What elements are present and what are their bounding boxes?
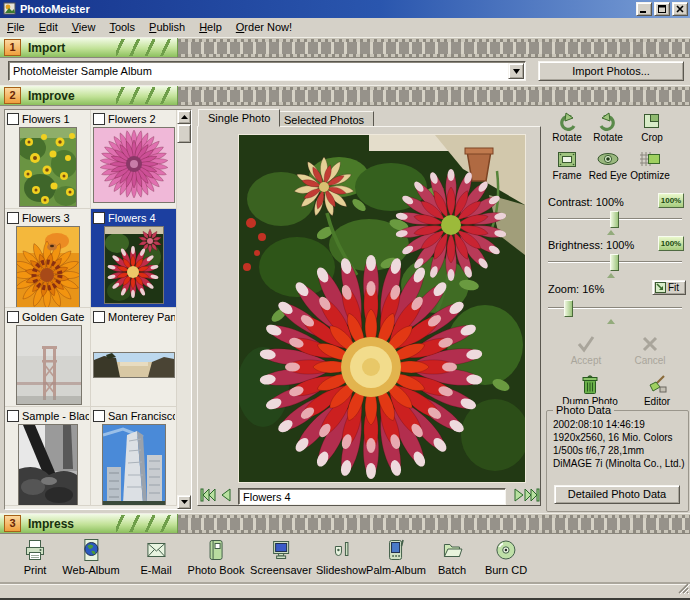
thumbnail-flowers-3[interactable]: Flowers 3 [5,209,91,308]
scroll-up-button[interactable] [177,110,191,124]
thumbnail-image-sample-bw[interactable] [18,424,78,506]
editor-button[interactable]: Editor [632,374,682,407]
maximize-button[interactable] [654,2,670,16]
status-bar [0,584,690,599]
thumbnail-checkbox[interactable] [7,410,19,422]
thumbnail-image-flowers-2[interactable] [93,127,175,203]
last-photo-button[interactable] [524,488,540,504]
thumbnail-image-flowers-1[interactable] [19,127,77,207]
cancel-button[interactable]: Cancel [630,334,670,366]
menu-help[interactable]: Help [192,19,229,35]
batch-button[interactable]: Batch [438,538,466,576]
rotate-left-button[interactable]: Rotate [547,112,587,143]
thumbnail-image-golden-gate[interactable] [16,325,82,405]
close-button[interactable] [672,2,688,16]
brightness-slider-thumb[interactable] [610,254,619,271]
fit-icon [655,282,666,293]
stripes-decoration [116,87,174,104]
menu-file[interactable]: File [0,19,32,35]
thumbnail-san-francisco[interactable]: San Francisco 1 [91,407,177,506]
accept-button[interactable]: Accept [566,334,606,366]
thumbnail-flowers-2[interactable]: Flowers 2 [91,110,177,209]
thumbnail-golden-gate[interactable]: Golden Gate [5,308,91,407]
zoom-slider-thumb[interactable] [564,300,573,317]
crop-button[interactable]: Crop [632,112,672,143]
tab-selected-photos[interactable]: Selected Photos [274,111,374,127]
section-header-improve: 2 Improve [0,85,690,106]
optimize-button[interactable]: Optimize [630,150,670,181]
section-title-improve: Improve [28,89,75,103]
thumbnail-label: Monterey Panors [108,311,175,323]
brightness-reset-button[interactable]: 100% [658,236,684,251]
title-bar[interactable]: PhotoMeister [0,0,690,18]
thumbnail-checkbox[interactable] [93,410,105,422]
crop-icon [642,112,662,131]
thumbnail-sample-bw[interactable]: Sample - Black a [5,407,91,506]
thumbnail-image-san-francisco[interactable] [102,424,166,506]
thumbnail-checkbox[interactable] [93,311,105,323]
section-title-import: Import [28,41,65,55]
dump-photo-button[interactable]: Dump Photo [558,374,622,407]
print-button[interactable]: Print [22,538,48,576]
import-photos-button[interactable]: Import Photos... [538,61,684,81]
slider-default-marker [607,230,615,235]
thumbnail-image-monterey[interactable] [93,352,175,378]
red-eye-button[interactable]: Red Eye [588,150,628,181]
menu-edit[interactable]: Edit [32,19,65,35]
rotate-right-icon [597,112,619,131]
chevron-down-icon[interactable] [508,63,524,79]
menu-view[interactable]: View [65,19,103,35]
brightness-slider[interactable] [548,253,682,273]
scroll-down-button[interactable] [177,495,191,509]
contrast-slider-thumb[interactable] [610,211,619,228]
photo-data-title: Photo Data [553,404,614,416]
photomeister-window: PhotoMeister File Edit View Tools Publis… [0,0,690,600]
rotate-right-button[interactable]: Rotate [588,112,628,143]
output-toolbar: Print Web-Album E-Mail Photo Book Screen… [0,534,690,584]
menu-publish[interactable]: Publish [142,19,192,35]
thumbnail-checkbox[interactable] [93,113,105,125]
scrollbar-thumb[interactable] [177,124,191,143]
menu-tools[interactable]: Tools [102,19,142,35]
photo-name-field[interactable]: Flowers 4 [238,488,506,505]
contrast-reset-button[interactable]: 100% [658,193,684,208]
tab-single-photo[interactable]: Single Photo [198,109,280,127]
thumbnail-image-flowers-3[interactable] [16,226,80,308]
slideshow-button[interactable]: Slideshow [316,538,366,576]
fit-button[interactable]: Fit [652,280,686,295]
detailed-photo-data-button[interactable]: Detailed Photo Data [554,485,680,504]
zoom-slider[interactable] [548,299,682,319]
batch-folder-icon [439,538,465,562]
email-button[interactable]: E-Mail [140,538,171,576]
thumbnail-checkbox[interactable] [7,212,19,224]
thumbnail-checkbox[interactable] [93,212,105,224]
step-number-badge: 2 [4,87,21,104]
editor-brush-icon [646,374,668,395]
thumbnail-image-flowers-4[interactable] [104,226,164,304]
palm-album-button[interactable]: Palm-Album [366,538,426,576]
section-title-impress: Impress [28,517,74,531]
thumbnail-checkbox[interactable] [7,113,19,125]
thumbnail-label: Flowers 2 [108,113,156,125]
thumbnail-flowers-1[interactable]: Flowers 1 [5,110,91,209]
first-photo-button[interactable] [200,488,216,504]
minimize-button[interactable] [636,2,652,16]
previous-photo-button[interactable] [218,488,234,504]
thumbnail-monterey[interactable]: Monterey Panors [91,308,177,407]
palm-album-icon [383,538,409,562]
resize-grip[interactable] [677,582,689,596]
screensaver-button[interactable]: Screensaver [250,538,312,576]
main-photo[interactable] [238,134,526,483]
photo-book-button[interactable]: Photo Book [188,538,245,576]
thumbnail-scrollbar[interactable] [177,110,191,509]
thumbnail-label: Flowers 4 [108,212,156,224]
web-album-button[interactable]: Web-Album [62,538,119,576]
album-select-value: PhotoMeister Sample Album [13,65,152,77]
burn-cd-button[interactable]: Burn CD [485,538,527,576]
menu-order-now[interactable]: Order Now! [229,19,299,35]
thumbnail-flowers-4[interactable]: Flowers 4 [91,209,177,308]
frame-button[interactable]: Frame [547,150,587,181]
contrast-slider[interactable] [548,210,682,230]
thumbnail-checkbox[interactable] [7,311,19,323]
album-select[interactable]: PhotoMeister Sample Album [8,61,526,81]
